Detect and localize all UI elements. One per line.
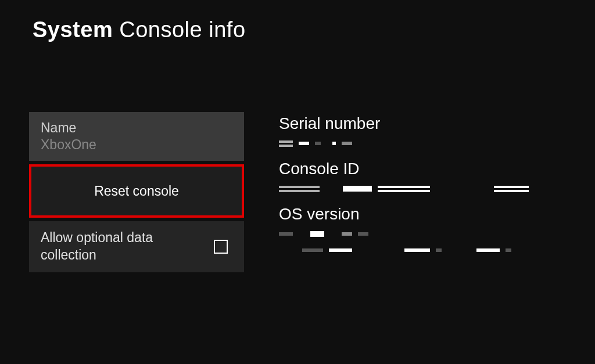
data-collection-label: Allow optional data collection bbox=[41, 229, 186, 264]
name-value: XboxOne bbox=[41, 137, 232, 153]
checkbox-icon bbox=[214, 240, 228, 254]
reset-label: Reset console bbox=[94, 183, 179, 199]
data-collection-toggle[interactable]: Allow optional data collection bbox=[29, 221, 244, 272]
serial-number-label: Serial number bbox=[279, 114, 595, 133]
content-area: Name XboxOne Reset console Allow optiona… bbox=[0, 42, 595, 272]
os-version-value-redacted-2 bbox=[279, 244, 595, 256]
os-version-label: OS version bbox=[279, 205, 595, 224]
serial-number-block: Serial number bbox=[279, 114, 595, 149]
console-name-tile[interactable]: Name XboxOne bbox=[29, 112, 244, 161]
console-id-block: Console ID bbox=[279, 160, 595, 194]
console-id-value-redacted bbox=[279, 183, 595, 194]
left-panel: Name XboxOne Reset console Allow optiona… bbox=[29, 112, 244, 272]
serial-number-value-redacted bbox=[279, 138, 595, 149]
page-name: Console info bbox=[119, 17, 245, 42]
page-header: System Console info bbox=[0, 0, 595, 42]
right-panel: Serial number Console ID OS version bbox=[279, 112, 595, 272]
page-category: System bbox=[33, 17, 113, 42]
name-label: Name bbox=[41, 120, 232, 136]
reset-console-button[interactable]: Reset console bbox=[29, 164, 244, 218]
os-version-value-redacted-1 bbox=[279, 228, 595, 240]
os-version-block: OS version bbox=[279, 205, 595, 256]
page-title: System Console info bbox=[33, 17, 595, 42]
console-id-label: Console ID bbox=[279, 160, 595, 178]
